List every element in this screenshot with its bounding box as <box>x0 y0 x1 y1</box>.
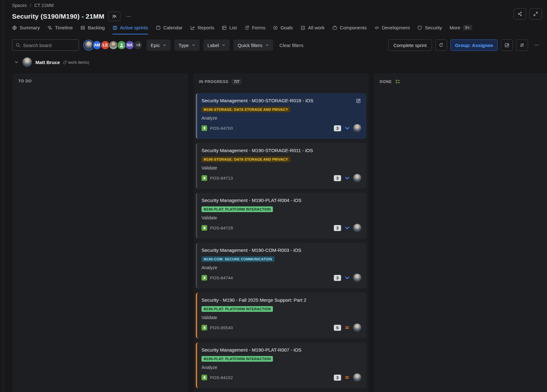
card-status: Validate <box>201 165 361 170</box>
tab-label: Security <box>425 25 442 30</box>
story-points-badge[interactable]: 3 <box>334 125 341 131</box>
view-settings-button[interactable] <box>516 39 528 51</box>
more-icon <box>534 43 539 48</box>
complete-sprint-button[interactable]: Complete sprint <box>388 39 432 51</box>
filter-buttons: EpicTypeLabelQuick filters <box>143 39 273 51</box>
insights-button[interactable] <box>501 39 513 51</box>
tab-label: Active sprints <box>120 25 148 30</box>
reports-icon <box>190 25 195 30</box>
filter-type-dropdown[interactable]: Type <box>174 39 200 51</box>
priority-low-icon <box>344 275 350 281</box>
story-type-icon <box>201 275 207 281</box>
components-icon <box>332 25 337 30</box>
all-work-icon <box>300 25 305 30</box>
avatar-overflow[interactable]: +9 <box>133 40 143 50</box>
tab-summary[interactable]: Summary <box>12 25 40 34</box>
tab-development[interactable]: Development <box>374 25 410 34</box>
tab-timeline[interactable]: Timeline <box>47 25 73 34</box>
title-more-button[interactable] <box>124 14 133 19</box>
tab-active-sprints[interactable]: Active sprints <box>112 25 148 34</box>
view-settings-icon <box>520 43 525 48</box>
people-button[interactable] <box>108 12 120 21</box>
breadcrumb-spaces[interactable]: Spaces <box>12 3 27 8</box>
development-icon <box>374 25 379 30</box>
tab-more[interactable]: More9+ <box>450 25 472 34</box>
checklist-icon <box>395 79 400 84</box>
left-edge-divider <box>3 0 3 392</box>
card-footer: POS-847293 <box>201 224 361 232</box>
card-footer: POS-847003 <box>201 124 361 132</box>
column-title: TO DO <box>18 79 32 83</box>
card-title: Security Management - M190-STORAGE-R018 … <box>201 98 313 104</box>
timeline-icon <box>47 25 52 30</box>
page-header: Spaces / CT 21MM Security (S190/M190) - … <box>0 0 547 34</box>
card-title: Security Management - M190-STORAGE-R011 … <box>201 147 313 154</box>
tab-goals[interactable]: Goals <box>273 25 293 34</box>
card-assignee-avatar <box>353 124 361 132</box>
filter-epic-dropdown[interactable]: Epic <box>147 39 171 51</box>
card-footer-right: 5 <box>334 324 361 332</box>
story-points-badge[interactable]: 3 <box>334 225 341 231</box>
card-label-tag: M190-PLAT: PLATFORM INTERACTION <box>201 306 273 312</box>
toolbar-more-button[interactable] <box>531 39 542 51</box>
tab-security[interactable]: Security <box>417 25 442 34</box>
card-label-tag: M190-PLAT: PLATFORM INTERACTION <box>201 356 273 362</box>
edit-summary-icon[interactable] <box>356 98 361 104</box>
fullscreen-button[interactable] <box>529 8 542 20</box>
people-icon <box>112 14 117 19</box>
tab-all-work[interactable]: All work <box>300 25 325 34</box>
tab-components[interactable]: Components <box>332 25 367 34</box>
clear-filters-button[interactable]: Clear filters <box>280 43 304 48</box>
card-pos-84152[interactable]: Security Management - M190-PLAT-R007 - i… <box>196 342 366 388</box>
insights-icon <box>504 43 509 48</box>
tab-label: Components <box>340 25 367 30</box>
card-footer: POS-841523 <box>201 373 361 382</box>
tab-label: Timeline <box>55 25 73 30</box>
card-pos-85540[interactable]: Security - M190 - Fall 2025 Merge Suppor… <box>196 293 366 338</box>
tab-label: Forms <box>252 25 266 30</box>
goals-icon <box>273 25 278 30</box>
card-pos-84744[interactable]: Security Management - M190-COM-R003 - iO… <box>196 243 366 288</box>
security-icon <box>417 25 422 30</box>
card-pos-84713[interactable]: Security Management - M190-STORAGE-R011 … <box>196 143 366 189</box>
search-box[interactable] <box>12 39 79 51</box>
card-label-tag: M190-STORAGE: DATA STORAGE AND PRIVACY <box>201 157 290 162</box>
filter-quick-filters-dropdown[interactable]: Quick filters <box>233 39 273 51</box>
story-points-badge[interactable]: 3 <box>334 175 341 181</box>
tab-forms[interactable]: Forms <box>244 25 266 34</box>
story-points-badge[interactable]: 3 <box>334 275 341 281</box>
card-pos-84729[interactable]: Security Management - M190-PLAT-R004 - i… <box>196 193 366 239</box>
tab-label: More <box>450 25 460 30</box>
assignee-name: Matt Bruce <box>35 60 60 65</box>
toolbar-right: Complete sprint Group: Assignee <box>388 39 542 51</box>
priority-medium-icon <box>344 375 350 380</box>
assignee-avatar-stack: AMLSNA+9 <box>84 40 143 50</box>
tab-label: Development <box>382 25 410 30</box>
collapse-group-button[interactable] <box>14 60 19 65</box>
tab-label: Reports <box>198 25 214 30</box>
card-assignee-avatar <box>353 224 361 232</box>
card-label-tag: M190-COM: SECURE COMMUNICATION <box>201 256 274 262</box>
tab-list[interactable]: List <box>222 25 237 34</box>
priority-low-icon <box>344 225 350 231</box>
share-button[interactable] <box>514 8 526 20</box>
title-row: Security (S190/M190) - 21MM <box>12 11 542 22</box>
card-title-row: Security Management - M190-PLAT-R004 - i… <box>201 197 361 204</box>
story-points-badge[interactable]: 3 <box>334 375 341 381</box>
filter-label-dropdown[interactable]: Label <box>203 39 230 51</box>
tab-reports[interactable]: Reports <box>190 25 214 34</box>
breadcrumb-project[interactable]: CT 21MM <box>34 3 54 8</box>
issue-key: POS-84700 <box>210 126 233 131</box>
tab-backlog[interactable]: Backlog <box>80 25 105 34</box>
assignee-group-header: Matt Bruce (7 work items) <box>0 51 547 67</box>
card-pos-84700[interactable]: Security Management - M190-STORAGE-R018 … <box>196 93 366 139</box>
filter-label: Quick filters <box>237 43 262 48</box>
automation-button[interactable] <box>435 39 447 51</box>
group-by-button[interactable]: Group: Assignee <box>450 39 498 51</box>
card-footer: POS-855405 <box>201 324 361 332</box>
column-header-in-progress: IN PROGRESS 7/7 <box>193 73 369 88</box>
tab-calendar[interactable]: Calendar <box>156 25 183 34</box>
story-points-badge[interactable]: 5 <box>334 325 341 331</box>
search-input[interactable] <box>23 43 75 48</box>
card-footer-right: 3 <box>334 274 361 282</box>
